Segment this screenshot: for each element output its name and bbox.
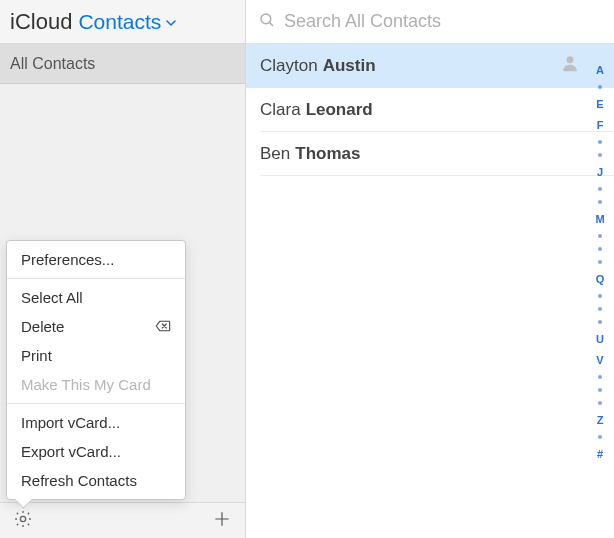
- index-letter[interactable]: Q: [596, 273, 605, 285]
- index-letter[interactable]: M: [595, 213, 604, 225]
- backspace-icon: [155, 318, 171, 335]
- search-bar: [246, 0, 614, 44]
- settings-button[interactable]: [12, 510, 34, 532]
- group-label: All Contacts: [10, 55, 95, 73]
- index-letter[interactable]: V: [596, 354, 603, 366]
- plus-icon: [212, 509, 232, 533]
- contact-list: ClaytonAustinClaraLeonardBenThomas: [246, 44, 614, 538]
- index-dot: [598, 388, 602, 392]
- add-button[interactable]: [211, 510, 233, 532]
- person-icon: [560, 53, 580, 78]
- sidebar-footer: [0, 502, 245, 538]
- sidebar-header: iCloud Contacts: [0, 0, 245, 44]
- index-dot: [598, 375, 602, 379]
- index-letter[interactable]: Z: [597, 414, 604, 426]
- menu-item-label: Export vCard...: [21, 443, 121, 460]
- index-dot: [598, 247, 602, 251]
- menu-item[interactable]: Preferences...: [7, 245, 185, 274]
- menu-item-label: Select All: [21, 289, 83, 306]
- menu-item-label: Make This My Card: [21, 376, 151, 393]
- index-letter[interactable]: E: [596, 98, 603, 110]
- index-dot: [598, 294, 602, 298]
- menu-item-label: Print: [21, 347, 52, 364]
- gear-icon: [13, 509, 33, 533]
- index-dot: [598, 320, 602, 324]
- menu-item[interactable]: Delete: [7, 312, 185, 341]
- contact-row[interactable]: BenThomas: [260, 132, 614, 176]
- index-dot: [598, 140, 602, 144]
- index-dot: [598, 435, 602, 439]
- search-icon: [258, 11, 276, 33]
- index-letter[interactable]: J: [597, 166, 603, 178]
- menu-separator: [7, 403, 185, 404]
- svg-point-0: [20, 516, 25, 521]
- menu-item-label: Import vCard...: [21, 414, 120, 431]
- alpha-index-strip: AEFJMQUVZ#: [590, 64, 610, 460]
- menu-item[interactable]: Print: [7, 341, 185, 370]
- app-switcher[interactable]: Contacts: [78, 10, 177, 34]
- main-panel: ClaytonAustinClaraLeonardBenThomas AEFJM…: [246, 0, 614, 538]
- menu-item: Make This My Card: [7, 370, 185, 399]
- index-dot: [598, 401, 602, 405]
- index-letter[interactable]: #: [597, 448, 603, 460]
- chevron-down-icon: [165, 10, 177, 34]
- index-dot: [598, 234, 602, 238]
- contact-row[interactable]: ClaytonAustin: [246, 44, 614, 88]
- contact-last-name: Thomas: [295, 144, 360, 164]
- search-input[interactable]: [284, 11, 602, 32]
- index-dot: [598, 85, 602, 89]
- menu-item-label: Preferences...: [21, 251, 114, 268]
- menu-item[interactable]: Select All: [7, 283, 185, 312]
- index-dot: [598, 260, 602, 264]
- contact-last-name: Austin: [323, 56, 376, 76]
- contact-first-name: Ben: [260, 144, 290, 164]
- menu-item[interactable]: Refresh Contacts: [7, 466, 185, 495]
- index-dot: [598, 153, 602, 157]
- contact-row[interactable]: ClaraLeonard: [260, 88, 614, 132]
- index-letter[interactable]: U: [596, 333, 604, 345]
- menu-separator: [7, 278, 185, 279]
- settings-context-menu: Preferences...Select AllDeletePrintMake …: [6, 240, 186, 500]
- contact-first-name: Clara: [260, 100, 301, 120]
- contact-first-name: Clayton: [260, 56, 318, 76]
- index-letter[interactable]: A: [596, 64, 604, 76]
- menu-item-label: Refresh Contacts: [21, 472, 137, 489]
- index-dot: [598, 200, 602, 204]
- menu-item-label: Delete: [21, 318, 64, 335]
- index-dot: [598, 307, 602, 311]
- svg-point-2: [567, 56, 574, 63]
- group-all-contacts[interactable]: All Contacts: [0, 44, 245, 84]
- index-dot: [598, 187, 602, 191]
- menu-item[interactable]: Export vCard...: [7, 437, 185, 466]
- brand-label: iCloud: [10, 9, 72, 35]
- svg-point-1: [261, 14, 271, 24]
- app-root: iCloud Contacts All Contacts: [0, 0, 614, 538]
- app-switcher-label: Contacts: [78, 10, 161, 34]
- index-letter[interactable]: F: [597, 119, 604, 131]
- menu-item[interactable]: Import vCard...: [7, 408, 185, 437]
- contact-last-name: Leonard: [306, 100, 373, 120]
- sidebar: iCloud Contacts All Contacts: [0, 0, 246, 538]
